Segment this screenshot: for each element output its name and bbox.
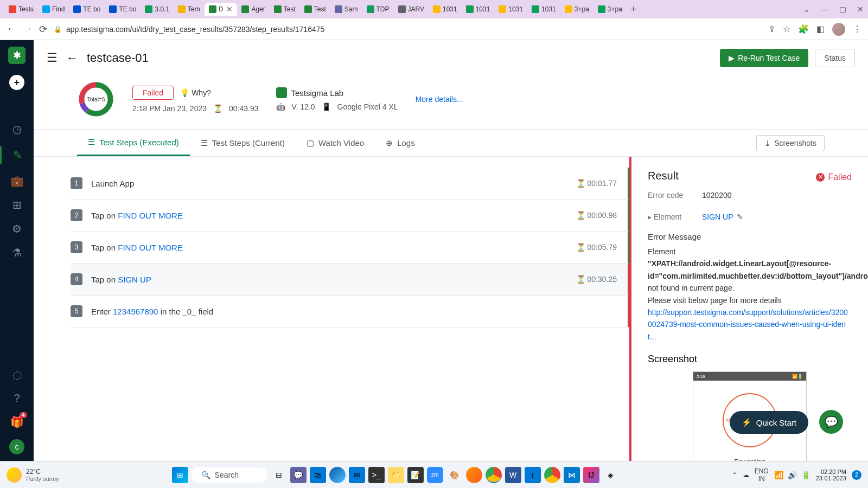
maximize-button[interactable]: ▢ <box>839 5 846 14</box>
back-arrow-icon[interactable]: ← <box>66 51 78 65</box>
browser-tab[interactable]: 1031 <box>527 3 560 15</box>
browser-tab[interactable]: 3+pa <box>560 3 593 15</box>
volume-icon[interactable]: 🔊 <box>788 471 797 479</box>
browser-tab[interactable]: TE bo <box>105 3 141 15</box>
app-logo[interactable]: ✱ <box>8 47 25 64</box>
step-item[interactable]: 2Tap on FIND OUT MORE⏳00:00.98 <box>71 200 629 232</box>
browser-tab[interactable]: D✕ <box>205 3 238 16</box>
chat-fab[interactable]: 💬 <box>819 410 843 434</box>
app-icon-3[interactable]: ◈ <box>603 467 619 483</box>
vscode-icon[interactable]: ⋈ <box>564 467 580 483</box>
explorer-icon[interactable]: 📁 <box>388 467 404 483</box>
clock[interactable]: 02:20 PM 23-01-2023 <box>816 468 846 481</box>
step-item[interactable]: 5Enter 1234567890 in the _0_ field <box>71 296 629 328</box>
more-details-link[interactable]: More details... <box>416 95 463 104</box>
dropdown-icon[interactable]: ⌄ <box>803 5 810 14</box>
store-icon[interactable]: 🛍 <box>310 467 326 483</box>
browser-tab[interactable]: 3+pa <box>593 3 627 15</box>
task-view-icon[interactable]: ⊟ <box>271 467 287 483</box>
quick-start-button[interactable]: ⚡Quick Start <box>730 411 808 434</box>
battery-icon[interactable]: 🔋 <box>801 471 810 479</box>
address-bar[interactable]: 🔒 app.testsigma.com/ui/td/dry_test_case_… <box>54 25 762 34</box>
browser-tab[interactable]: Test <box>300 3 330 15</box>
tab-logs[interactable]: ⊕Logs <box>375 131 426 156</box>
wifi-icon[interactable]: 📶 <box>774 471 783 479</box>
edit-icon[interactable]: ✎ <box>737 213 743 221</box>
terminal-icon[interactable]: >_ <box>368 467 385 483</box>
step-element-link[interactable]: 1234567890 <box>113 307 158 316</box>
browser-tab[interactable]: Sam <box>330 3 362 15</box>
step-item[interactable]: 4Tap on SIGN UP⏳00:30.25 <box>71 264 629 296</box>
screenshots-button[interactable]: ⤓Screenshots <box>756 135 825 151</box>
briefcase-icon[interactable]: 💼 <box>10 175 24 188</box>
notification-badge[interactable]: 2 <box>852 470 861 480</box>
step-element-link[interactable]: SIGN UP <box>118 275 151 284</box>
onedrive-icon[interactable]: ☁ <box>743 471 749 479</box>
browser-tab[interactable]: Ager <box>237 3 269 15</box>
browser-tab[interactable]: 1031 <box>462 3 495 15</box>
loading-icon[interactable]: ◌ <box>12 368 22 381</box>
chrome-menu-icon[interactable]: ⋮ <box>853 24 861 34</box>
forward-button[interactable]: → <box>23 23 33 35</box>
gift-icon[interactable]: 🎁4 <box>10 415 24 428</box>
back-button[interactable]: ← <box>7 23 16 35</box>
hamburger-menu-icon[interactable]: ☰ <box>47 51 58 65</box>
browser-tab[interactable]: Tests <box>4 3 38 15</box>
browser-tab[interactable]: 1031 <box>429 3 462 15</box>
word-icon[interactable]: W <box>505 467 521 483</box>
browser-tab[interactable]: JARV <box>394 3 429 15</box>
user-avatar[interactable]: c <box>9 439 24 454</box>
extensions-icon[interactable]: 🧩 <box>798 24 809 34</box>
share-icon[interactable]: ⇪ <box>768 24 775 34</box>
start-button[interactable]: ⊞ <box>172 467 188 483</box>
element-value[interactable]: SIGN UP <box>702 213 733 221</box>
settings-icon[interactable]: ⚙ <box>12 222 22 235</box>
browser-tab[interactable]: TDP <box>362 3 394 15</box>
puzzle-icon[interactable]: ⚗ <box>12 246 22 259</box>
browser-tab[interactable]: TE bo <box>69 3 105 15</box>
tray-chevron-icon[interactable]: ⌃ <box>732 471 737 479</box>
tab-watch-video[interactable]: ▢Watch Video <box>296 131 375 156</box>
bookmark-icon[interactable]: ☆ <box>783 24 790 34</box>
weather-widget[interactable]: 22°C Partly sunny <box>7 467 59 483</box>
step-item[interactable]: 3Tap on FIND OUT MORE⏳00:05.79 <box>71 232 629 264</box>
step-item[interactable]: 1Launch App⏳00:01.77 <box>71 168 629 200</box>
taskbar-search[interactable]: 🔍Search <box>192 467 267 483</box>
intellij-icon[interactable]: IJ <box>583 467 599 483</box>
rerun-button[interactable]: ▶Re-Run Test Case <box>720 49 808 67</box>
chrome-canary-icon[interactable] <box>544 467 560 483</box>
sidepanel-icon[interactable]: ◧ <box>816 24 825 34</box>
app-icon-2[interactable]: ↕ <box>525 467 541 483</box>
tab-test-steps-executed[interactable]: ☰Test Steps (Executed) <box>77 130 190 156</box>
browser-tab[interactable]: 3.0.1 <box>141 3 174 15</box>
step-element-link[interactable]: FIND OUT MORE <box>118 211 183 220</box>
help-icon[interactable]: ? <box>14 392 20 404</box>
new-tab-button[interactable]: + <box>631 4 637 15</box>
browser-tab[interactable]: Test <box>270 3 300 15</box>
teams-icon[interactable]: 💬 <box>290 467 307 483</box>
profile-avatar[interactable] <box>832 23 845 36</box>
edge-icon[interactable] <box>329 467 346 483</box>
minimize-button[interactable]: — <box>821 5 828 14</box>
notepad-icon[interactable]: 📝 <box>407 467 424 483</box>
app-icon-1[interactable]: 🎨 <box>446 467 463 483</box>
add-button[interactable]: + <box>9 75 24 90</box>
edit-icon[interactable]: ✎ <box>0 146 34 164</box>
browser-tab[interactable]: 1031 <box>494 3 527 15</box>
firefox-icon[interactable] <box>466 467 482 483</box>
zoom-icon[interactable]: zm <box>427 467 443 483</box>
step-element-link[interactable]: FIND OUT MORE <box>118 243 183 252</box>
reload-button[interactable]: ⟳ <box>39 23 47 35</box>
chrome-icon[interactable] <box>486 467 502 483</box>
mail-icon[interactable]: ✉ <box>349 467 365 483</box>
error-help-link[interactable]: http://support.testsigma.com/support/sol… <box>648 308 848 341</box>
close-window-button[interactable]: ✕ <box>857 5 864 14</box>
browser-tab[interactable]: Find <box>38 3 69 15</box>
why-link[interactable]: 💡Why? <box>180 88 211 97</box>
expand-icon[interactable]: ▸ <box>648 213 652 221</box>
browser-tab[interactable]: Tem <box>174 3 205 15</box>
devices-icon[interactable]: ⊞ <box>12 198 22 211</box>
tab-test-steps-current[interactable]: ☰Test Steps (Current) <box>190 131 296 156</box>
dashboard-icon[interactable]: ◷ <box>12 123 22 136</box>
tab-close-icon[interactable]: ✕ <box>226 5 233 14</box>
